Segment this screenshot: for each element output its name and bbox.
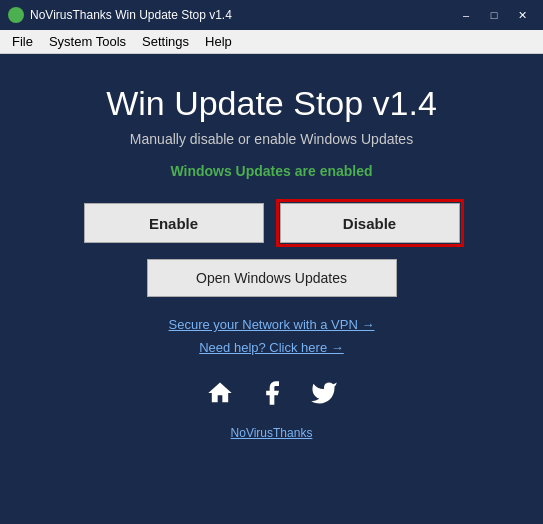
facebook-icon[interactable] — [258, 379, 286, 414]
footer-link[interactable]: NoVirusThanks — [231, 426, 313, 440]
maximize-button[interactable]: □ — [481, 5, 507, 25]
open-windows-updates-button[interactable]: Open Windows Updates — [147, 259, 397, 297]
enable-button[interactable]: Enable — [84, 203, 264, 243]
vpn-link[interactable]: Secure your Network with a VPN → — [169, 317, 375, 332]
app-title: Win Update Stop v1.4 — [106, 84, 437, 123]
title-bar: NoVirusThanks Win Update Stop v1.4 – □ ✕ — [0, 0, 543, 30]
window-controls: – □ ✕ — [453, 5, 535, 25]
menu-file[interactable]: File — [4, 32, 41, 51]
menu-help[interactable]: Help — [197, 32, 240, 51]
minimize-button[interactable]: – — [453, 5, 479, 25]
twitter-icon[interactable] — [310, 379, 338, 414]
menu-settings[interactable]: Settings — [134, 32, 197, 51]
app-subtitle: Manually disable or enable Windows Updat… — [130, 131, 413, 147]
main-content: Win Update Stop v1.4 Manually disable or… — [0, 54, 543, 524]
menu-bar: File System Tools Settings Help — [0, 30, 543, 54]
title-bar-text: NoVirusThanks Win Update Stop v1.4 — [30, 8, 453, 22]
home-icon[interactable] — [206, 379, 234, 414]
status-badge: Windows Updates are enabled — [170, 163, 372, 179]
social-icons — [206, 379, 338, 414]
close-button[interactable]: ✕ — [509, 5, 535, 25]
action-buttons: Enable Disable — [40, 203, 503, 243]
app-icon — [8, 7, 24, 23]
menu-system-tools[interactable]: System Tools — [41, 32, 134, 51]
disable-button[interactable]: Disable — [280, 203, 460, 243]
help-link[interactable]: Need help? Click here → — [199, 340, 344, 355]
